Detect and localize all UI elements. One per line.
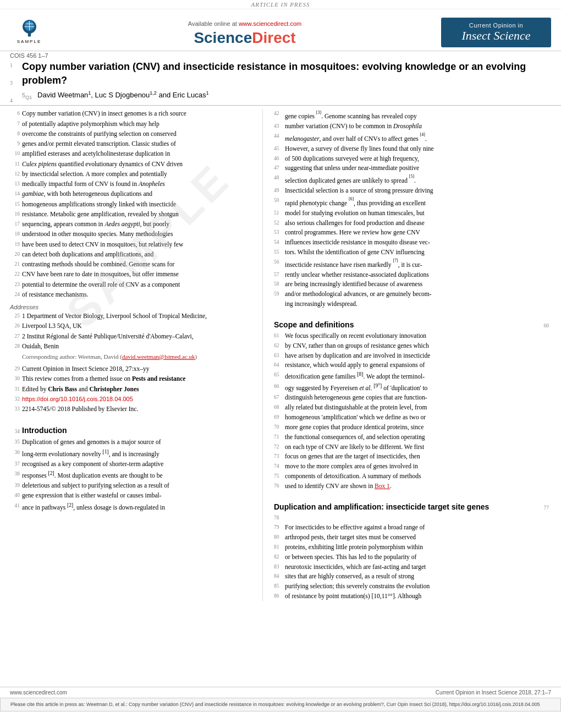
abstract-line: 17sequencing, appears common in Aedes ae… (10, 220, 251, 229)
elsevier-text: SAMPLE (17, 39, 41, 44)
scope-line: 62by CNV, rather than on groups of resis… (274, 341, 549, 351)
cois-ref: COIS 456 1–7 (0, 51, 561, 60)
right-line: 47suggesting that unless under near-imme… (274, 163, 549, 173)
title-section: 1 3 4 Copy number variation (CNV) and in… (10, 60, 551, 105)
intro-heading-ln: 34 (10, 427, 22, 435)
journal-info-line: 31Edited by Chris Bass and Christopher J… (10, 385, 251, 394)
dup-line: 85purifying selection; this severely con… (274, 582, 549, 592)
dup-line: 81proteins, exhibiting little protein po… (274, 543, 549, 552)
introduction-section: 34 Introduction 35Duplication of genes a… (10, 420, 251, 512)
right-line: 58are being increasingly identified beca… (274, 280, 549, 289)
journal-co-label: Current Opinion in (448, 22, 544, 29)
doi-link[interactable]: https://doi.org/10.1016/j.cois.2018.04.0… (22, 396, 133, 402)
address-line: 251 Department of Vector Biology, Liverp… (10, 311, 251, 321)
scope-section: Scope and definitions 60 61We focus spec… (274, 315, 549, 491)
abstract-block: 6Copy number variation (CNV) in insect g… (10, 109, 251, 299)
intro-line: 41ance in pathways [2], unless dosage is… (10, 501, 251, 512)
license-row: 33 2214-5745/© 2018 Published by Elsevie… (10, 404, 251, 414)
dup-section: Duplication and amplification: insectici… (274, 497, 549, 601)
abstract-line: 11Culex pipiens quantified evolutionary … (10, 160, 251, 169)
abstract-line: 23potential to determine the overall rol… (10, 280, 251, 289)
license-text: 2214-5745/© 2018 Published by Elsevier I… (22, 404, 251, 414)
right-line: 49Insecticidal selection is a source of … (274, 186, 549, 196)
right-line: 44melanogaster, and over half of CNVs to… (274, 132, 549, 144)
abstract-line: 6Copy number variation (CNV) in insect g… (10, 109, 251, 118)
journal-info: 29Current Opinion in Insect Science 2018… (10, 364, 251, 394)
sciencedirect-area: Available online at www.sciencedirect.co… (188, 13, 301, 47)
intro-line: 36long-term evolutionary novelty [1], an… (10, 448, 251, 459)
right-line: 48selection duplicated genes are unlikel… (274, 173, 549, 186)
right-line: 52also serious challenges for food produ… (274, 218, 549, 228)
dup-line: 84sites that are highly conserved, as a … (274, 572, 549, 582)
footer-right: Current Opinion in Insect Science 2018, … (436, 689, 551, 696)
available-online-text: Available online at www.sciencedirect.co… (188, 20, 301, 27)
right-line: 59and/or methodological advances, or are… (274, 289, 549, 299)
journal-info-line: 29Current Opinion in Insect Science 2018… (10, 364, 251, 374)
main-content: 6Copy number variation (CNV) in insect g… (0, 109, 561, 601)
right-line: 50rapid phenotypic change [6], thus prov… (274, 196, 549, 209)
dup-line: 79For insecticides to be effective again… (274, 523, 549, 533)
abstract-line: 21contrasting methods should be combined… (10, 260, 251, 269)
abstract-line: 24of resistance mechanisms. (10, 290, 251, 299)
footer-line: www.sciencedirect.com Current Opinion in… (0, 687, 561, 698)
dup-line: 83neurotoxic insecticides, which are fas… (274, 562, 549, 572)
dup-line: 80arthropod pests, their target sites mu… (274, 533, 549, 543)
introduction-heading: Introduction (22, 426, 67, 435)
scope-line: 72on each type of CNV are likely to be d… (274, 442, 549, 452)
right-line: 45However, a survey of diverse fly lines… (274, 144, 549, 154)
scope-line: 71the functional consequences of, and se… (274, 433, 549, 442)
addresses-section: Addresses 251 Department of Vector Biolo… (10, 304, 251, 360)
right-line: 57rently unclear whether resistance-asso… (274, 270, 549, 280)
right-line: 55tors. Whilst the identification of gen… (274, 248, 549, 258)
authors: 5Q1 David Weetman1, Luc S Djogbenou1,2 a… (22, 90, 551, 101)
scope-line: 73focus on genes that are the target of … (274, 452, 549, 462)
abstract-line: 20can detect both duplications and ampli… (10, 250, 251, 259)
scope-line: 61We focus specifically on recent evolut… (274, 331, 549, 341)
right-line: 42gene copies [3]. Genome scanning has r… (274, 109, 549, 122)
footer-citation-text: Please cite this article in press as: We… (10, 702, 540, 707)
abstract-line: 12by insecticidal selection. A more comp… (10, 169, 251, 179)
license-ln: 33 (10, 404, 22, 414)
title-line-numbers: 1 3 4 (10, 60, 22, 105)
scope-line: 64resistance, which would apply to gener… (274, 360, 549, 370)
scope-line: 74move to the more complex area of genes… (274, 462, 549, 472)
dup-ln: 77 (544, 505, 549, 511)
right-column: 42gene copies [3]. Genome scanning has r… (263, 109, 549, 601)
scope-line: 70more gene copies that produce identica… (274, 423, 549, 433)
corr-email-link[interactable]: david.weetman@lstmed.ac.uk (122, 353, 195, 360)
right-line: 54influences insecticide resistance in m… (274, 238, 549, 248)
abstract-line: 7of potentially adaptive polymorphism wh… (10, 119, 251, 129)
address-line: 28Ouidah, Benin (10, 342, 251, 351)
left-column: 6Copy number variation (CNV) in insect g… (10, 109, 263, 601)
scope-line: 68ally related but distinguishable at th… (274, 403, 549, 413)
journal-info-line: 30This review comes from a themed issue … (10, 374, 251, 384)
scope-line: 69homogeneous 'amplification' which we d… (274, 413, 549, 423)
scope-line: 63have arisen by duplication and are inv… (274, 351, 549, 361)
abstract-line: 9genes and/or permit elevated transcript… (10, 139, 251, 149)
right-line: 56insecticide resistance have risen mark… (274, 258, 549, 270)
scope-line: 75components of detoxification. A summar… (274, 472, 549, 481)
abstract-line: 8overcome the constraints of purifying s… (10, 129, 251, 139)
right-line: 51model for studying evolution on human … (274, 209, 549, 218)
addresses-label: Addresses (10, 304, 251, 310)
dup-heading: Duplication and amplification: insectici… (274, 502, 489, 511)
footer-citation: Please cite this article in press as: We… (0, 698, 561, 712)
right-line: 53control programmes. Here we review how… (274, 228, 549, 238)
page-footer: www.sciencedirect.com Current Opinion in… (0, 687, 561, 712)
journal-logo: Current Opinion in Insect Science (441, 18, 551, 47)
journal-name: Insect Science (448, 29, 544, 43)
sciencedirect-url[interactable]: www.sciencedirect.com (239, 20, 301, 27)
abstract-line: 13medically impactful form of CNV is fou… (10, 179, 251, 189)
intro-line: 35Duplication of genes and genomes is a … (10, 437, 251, 447)
doi-ln: 32 (10, 395, 22, 404)
abstract-line: 10amplified esterases and acetylcholines… (10, 149, 251, 158)
scope-heading: Scope and definitions (274, 320, 354, 329)
right-line: 46of 500 duplications surveyed were at h… (274, 154, 549, 164)
doi-text: https://doi.org/10.1016/j.cois.2018.04.0… (22, 395, 251, 404)
scope-line: 65detoxification gene families [8]. We a… (274, 370, 549, 382)
corresponding-author: Corresponding author: Weetman, David (da… (22, 353, 251, 360)
elsevier-logo: SAMPLE (10, 15, 48, 45)
sciencedirect-logo: ScienceDirect (194, 29, 295, 47)
intro-line: 38responses [2]. Most duplication events… (10, 469, 251, 480)
abstract-line: 19have been used to detect CNV in mosqui… (10, 240, 251, 249)
